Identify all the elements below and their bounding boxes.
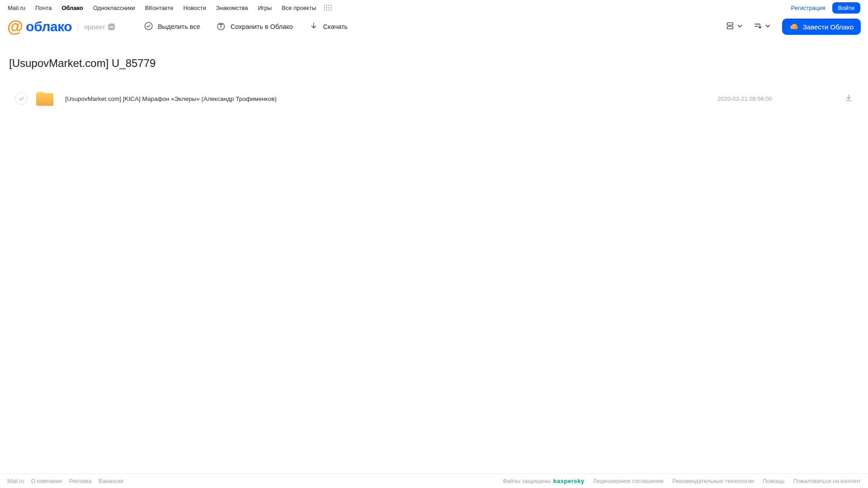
nav-dating[interactable]: Знакомства <box>216 5 248 11</box>
logo-wordmark: облако <box>26 20 72 33</box>
apps-grid-icon[interactable] <box>323 4 332 11</box>
view-toggle-icon <box>725 21 735 33</box>
footer-about-link[interactable]: О компании <box>31 478 62 484</box>
chevron-down-icon <box>764 23 771 31</box>
actions-toolbar: Выделить все Сохранить в Облако Скачать <box>144 21 348 32</box>
nav-news[interactable]: Новости <box>183 5 206 11</box>
footer-mailru-link[interactable]: Mail.ru <box>7 478 24 484</box>
nav-games[interactable]: Игры <box>258 5 272 11</box>
portal-nav: Mail.ru Почта Облако Одноклассники ВКонт… <box>8 4 332 11</box>
get-cloud-button[interactable]: Завести Облако <box>782 19 861 35</box>
footer-right-links: Файлы защищены kaspersky Лицензионное со… <box>503 478 861 484</box>
sort-icon <box>753 21 763 33</box>
nav-mail[interactable]: Почта <box>35 5 52 11</box>
project-vk-label: проект vk <box>78 23 115 31</box>
footer-license-link[interactable]: Лицензионное соглашение <box>593 478 664 484</box>
select-all-button[interactable]: Выделить все <box>144 21 200 32</box>
kaspersky-logo-link[interactable]: kaspersky <box>553 478 584 484</box>
footer-ads-link[interactable]: Реклама <box>69 478 91 484</box>
login-button[interactable]: Войти <box>832 2 860 14</box>
project-label-text: проект <box>84 23 105 31</box>
cloud-logo[interactable]: @ облако проект vk <box>7 20 115 33</box>
portal-topbar: Mail.ru Почта Облако Одноклассники ВКонт… <box>0 0 868 14</box>
row-download-icon[interactable] <box>844 93 854 104</box>
get-cloud-label: Завести Облако <box>803 23 854 31</box>
view-toggle-control[interactable] <box>725 21 743 33</box>
page-footer: Mail.ru О компании Реклама Вакансии Файл… <box>0 474 868 488</box>
download-button[interactable]: Скачать <box>309 21 347 32</box>
download-icon <box>309 21 318 32</box>
folder-content: [UsupovMarket.com] U_85779 [UsupovMarket… <box>0 40 868 474</box>
check-circle-icon <box>144 21 153 32</box>
kaspersky-protection: Файлы защищены kaspersky <box>503 478 584 484</box>
footer-report-link[interactable]: Пожаловаться на контент <box>793 478 861 484</box>
footer-jobs-link[interactable]: Вакансии <box>99 478 123 484</box>
save-to-cloud-button[interactable]: Сохранить в Облако <box>216 21 293 32</box>
vk-badge-icon: vk <box>108 24 115 30</box>
file-row[interactable]: [UsupovMarket.com] [KICA] Марафон «Эклер… <box>0 90 868 108</box>
auth-area: Регистрация Войти <box>791 2 860 14</box>
footer-left-links: Mail.ru О компании Реклама Вакансии <box>7 478 123 484</box>
nav-cloud[interactable]: Облако <box>62 5 83 11</box>
nav-mailru[interactable]: Mail.ru <box>8 5 25 11</box>
select-all-label: Выделить все <box>158 23 200 30</box>
page-title: [UsupovMarket.com] U_85779 <box>9 57 868 70</box>
download-label: Скачать <box>323 23 347 30</box>
nav-odnoklassniki[interactable]: Одноклассники <box>93 5 135 11</box>
header-right-controls: Завести Облако <box>715 19 861 35</box>
cloud-upload-icon <box>216 21 226 32</box>
cloud-header: @ облако проект vk Выделить все <box>0 14 868 40</box>
row-checkbox[interactable] <box>15 92 28 105</box>
sort-control[interactable] <box>753 21 771 33</box>
cloud-icon <box>789 22 799 32</box>
save-to-cloud-label: Сохранить в Облако <box>230 23 293 30</box>
mailru-at-icon: @ <box>7 20 23 33</box>
protected-label: Файлы защищены <box>503 478 550 484</box>
nav-vkontakte[interactable]: ВКонтакте <box>145 5 174 11</box>
footer-help-link[interactable]: Помощь <box>763 478 784 484</box>
chevron-down-icon <box>736 23 743 31</box>
file-name-link[interactable]: [UsupovMarket.com] [KICA] Марафон «Эклер… <box>65 95 277 102</box>
check-icon <box>18 95 25 102</box>
file-date: 2020-03-21 09:56:00 <box>717 95 772 102</box>
register-link[interactable]: Регистрация <box>791 5 825 11</box>
folder-icon[interactable] <box>34 90 55 107</box>
footer-recommendation-link[interactable]: Рекомендательные технологии <box>672 478 754 484</box>
nav-all-projects[interactable]: Все проекты <box>282 5 316 11</box>
